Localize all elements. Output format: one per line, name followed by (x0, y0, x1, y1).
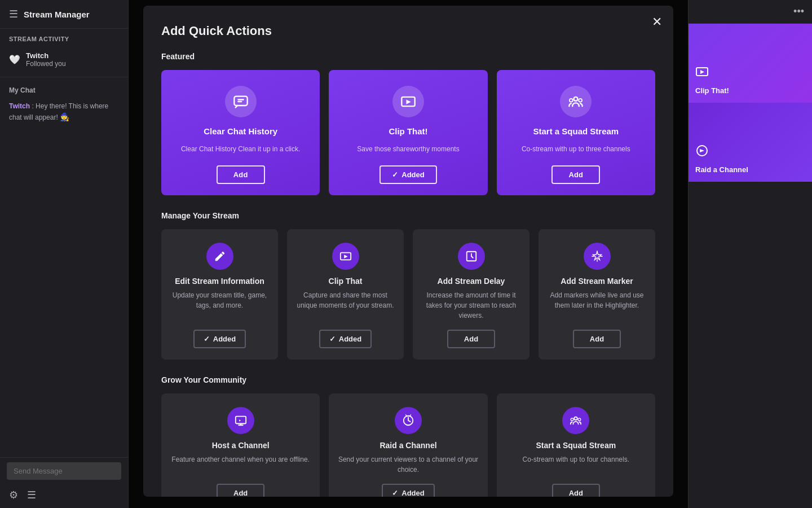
stream-marker-icon (591, 250, 603, 262)
added-check: ✓ (204, 335, 210, 343)
stream-delay-icon-circle (458, 243, 485, 270)
squad2-add-button[interactable]: Add (552, 484, 600, 497)
clip-that-icon (400, 94, 416, 110)
right-card-clip[interactable]: Clip That! (689, 24, 812, 103)
svg-point-2 (574, 97, 578, 101)
right-panel-header: ••• (689, 0, 812, 24)
activity-user: Twitch (26, 51, 66, 60)
svg-point-9 (575, 417, 578, 421)
settings-button[interactable]: ⚙ (9, 489, 18, 501)
heart-icon: 🤍 (9, 54, 20, 65)
raid-channel-icon (402, 414, 414, 427)
raid-channel-title: Raid a Channel (379, 441, 436, 450)
edit-stream-icon-circle (206, 243, 233, 270)
svg-rect-7 (235, 417, 245, 424)
featured-card-0: Clear Chat History Clear Chat History Cl… (161, 70, 320, 195)
squad-stream-icon (568, 94, 584, 110)
clip-that-title: Clip That! (389, 126, 427, 136)
edit-stream-added-button[interactable]: ✓ Added (193, 330, 246, 348)
dots-icon[interactable]: ••• (793, 6, 804, 17)
added-check2: ✓ (329, 335, 336, 343)
squad2-icon-circle (562, 407, 589, 434)
activity-item: 🤍 Twitch Followed you (0, 47, 128, 72)
chat-input[interactable] (7, 462, 121, 480)
manage-cards-row: Edit Stream Information Update your stre… (161, 229, 655, 360)
host-channel-title: Host a Channel (212, 441, 270, 450)
host-channel-icon (235, 414, 247, 427)
clip-that2-added-button[interactable]: ✓ Added (319, 330, 372, 348)
raid-channel-icon-circle (395, 407, 422, 434)
stream-delay-desc: Increase the amount of time it takes for… (422, 290, 520, 321)
squad-desc: Co-stream with up to three channels (522, 144, 630, 154)
squad-add-button[interactable]: Add (551, 165, 600, 184)
hamburger-icon[interactable]: ☰ (9, 8, 18, 20)
stream-marker-desc: Add markers while live and use them late… (548, 290, 646, 321)
clip-that2-icon (339, 250, 352, 262)
sidebar-icons-row: ⚙ ☰ (0, 484, 128, 508)
community-cards-row: Host a Channel Feature another channel w… (161, 393, 655, 497)
clip-that2-title: Clip That (329, 277, 363, 286)
community-card-1: Raid a Channel Send your current viewers… (329, 393, 487, 497)
manage-card-1: Clip That Capture and share the most uni… (287, 229, 404, 360)
community-section-label: Grow Your Community (161, 375, 655, 384)
svg-point-11 (578, 418, 581, 421)
clear-chat-add-button[interactable]: Add (217, 165, 265, 184)
clip-that2-desc: Capture and share the most unique moment… (296, 290, 395, 321)
right-clip-label: Clip That! (695, 86, 729, 96)
sidebar-bottom: ⚙ ☰ (0, 457, 128, 508)
raid-channel-added-button[interactable]: ✓ Added (382, 484, 434, 497)
clip-that2-btn-label: Added (339, 335, 361, 343)
manage-section-label: Manage Your Stream (161, 211, 655, 220)
host-channel-icon-circle (227, 407, 254, 434)
stream-delay-title: Add Stream Delay (438, 277, 505, 286)
clear-chat-icon (233, 94, 249, 110)
squad2-title: Start a Squad Stream (536, 441, 616, 450)
edit-stream-title: Edit Stream Information (175, 277, 264, 286)
clip-that-added-button[interactable]: ✓ Added (379, 165, 436, 184)
clear-chat-icon-circle (225, 86, 257, 117)
raid-added-check: ✓ (392, 489, 398, 497)
sidebar-title: Stream Manager (24, 10, 90, 19)
squad-title: Start a Squad Stream (533, 126, 619, 136)
raid-channel-desc: Send your current viewers to a channel o… (338, 454, 478, 475)
chat-input-area (0, 458, 128, 484)
edit-stream-btn-label: Added (213, 335, 236, 343)
main-area: ❓ 🔔 TW ✕ Add Quick Actions Featured (129, 0, 812, 508)
stream-marker-icon-circle (584, 243, 611, 270)
featured-card-1: Clip That! Save those shareworthy moment… (329, 70, 487, 195)
clear-chat-desc: Clear Chat History Clean it up in a clic… (181, 144, 300, 154)
featured-cards-row: Clear Chat History Clear Chat History Cl… (161, 70, 655, 195)
stream-delay-add-button[interactable]: Add (447, 330, 495, 348)
edit-stream-desc: Update your stream title, game, tags, an… (170, 290, 269, 321)
stream-marker-title: Add Stream Marker (561, 277, 633, 286)
right-clip-icon (695, 65, 709, 82)
manage-card-3: Add Stream Marker Add markers while live… (539, 229, 655, 360)
stream-delay-icon (465, 250, 478, 262)
list-button[interactable]: ☰ (27, 489, 36, 501)
svg-point-3 (570, 99, 573, 102)
activity-content: Twitch Followed you (26, 51, 66, 68)
stream-activity-label: Stream Activity (0, 29, 128, 47)
modal-close-button[interactable]: ✕ (652, 15, 662, 29)
chat-emoji: 🧙 (60, 112, 69, 121)
svg-point-4 (579, 99, 582, 102)
sidebar: ☰ Stream Manager Stream Activity 🤍 Twitc… (0, 0, 129, 508)
stream-marker-add-button[interactable]: Add (573, 330, 621, 348)
squad2-desc: Co-stream with up to four channels. (523, 454, 629, 475)
featured-card-2: Start a Squad Stream Co-stream with up t… (497, 70, 655, 195)
right-panel: ••• Clip That! Raid a Channel (688, 0, 812, 508)
edit-stream-icon (214, 250, 226, 262)
right-card-raid[interactable]: Raid a Channel (689, 103, 812, 182)
host-channel-add-button[interactable]: Add (217, 484, 264, 497)
my-chat-label: My Chat (0, 77, 128, 99)
clip-that-desc: Save those shareworthy moments (357, 144, 459, 154)
chat-message: Twitch : Hey there! This is where chat w… (0, 99, 128, 457)
raid-channel-btn-label: Added (401, 489, 424, 497)
manage-card-2: Add Stream Delay Increase the amount of … (413, 229, 529, 360)
clear-chat-title: Clear Chat History (204, 126, 277, 136)
clip-that-icon-circle (392, 86, 424, 117)
activity-desc: Followed you (26, 60, 66, 68)
modal: ✕ Add Quick Actions Featured Clear Chat … (143, 6, 673, 497)
community-card-0: Host a Channel Feature another channel w… (161, 393, 320, 497)
added-checkmark: ✓ (392, 170, 398, 179)
